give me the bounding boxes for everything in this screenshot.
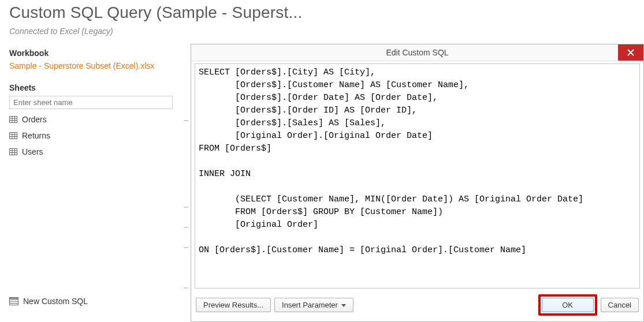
sql-editor[interactable]: SELECT [Orders$].[City] AS [City], [Orde… <box>195 63 640 289</box>
connection-subtitle: Connected to Excel (Legacy) <box>9 27 635 36</box>
sheet-item-label: Orders <box>22 115 47 124</box>
svg-rect-16 <box>10 298 18 299</box>
edit-custom-sql-dialog: Edit Custom SQL SELECT [Orders$].[City] … <box>191 44 644 322</box>
cancel-button[interactable]: Cancel <box>601 298 639 312</box>
dialog-footer: Preview Results... Insert Parameter OK C… <box>191 291 643 321</box>
ok-button[interactable]: OK <box>542 298 594 312</box>
sheet-name-input[interactable] <box>9 96 173 109</box>
sheet-item-label: Returns <box>22 131 50 140</box>
table-icon <box>9 132 17 140</box>
sheets-label: Sheets <box>9 83 173 92</box>
sheet-list: Orders Returns Users <box>9 115 173 156</box>
header: Custom SQL Query (Sample - Superst... Co… <box>0 0 644 44</box>
ok-button-highlight: OK <box>538 294 597 316</box>
sql-icon <box>9 297 18 305</box>
new-custom-sql-button[interactable]: New Custom SQL <box>9 297 173 306</box>
sheet-item-orders[interactable]: Orders <box>9 115 173 124</box>
close-button[interactable] <box>618 44 643 61</box>
workbook-name[interactable]: Sample - Superstore Subset (Excel).xlsx <box>9 61 173 70</box>
sheet-item-label: Users <box>22 147 43 156</box>
table-icon <box>9 148 17 156</box>
dialog-titlebar[interactable]: Edit Custom SQL <box>191 44 643 61</box>
page-title: Custom SQL Query (Sample - Superst... <box>9 3 635 22</box>
new-custom-sql-label: New Custom SQL <box>23 297 88 306</box>
close-icon <box>627 49 634 56</box>
dialog-title: Edit Custom SQL <box>386 48 448 57</box>
sidebar: Workbook Sample - Superstore Subset (Exc… <box>0 44 182 322</box>
svg-rect-10 <box>10 149 17 155</box>
sheet-item-returns[interactable]: Returns <box>9 131 173 140</box>
insert-parameter-button[interactable]: Insert Parameter <box>274 298 353 312</box>
table-icon <box>9 115 17 123</box>
preview-results-button[interactable]: Preview Results... <box>196 298 271 312</box>
svg-rect-0 <box>10 117 17 123</box>
workbook-label: Workbook <box>9 48 173 58</box>
svg-rect-5 <box>10 133 17 139</box>
sheet-item-users[interactable]: Users <box>9 147 173 156</box>
